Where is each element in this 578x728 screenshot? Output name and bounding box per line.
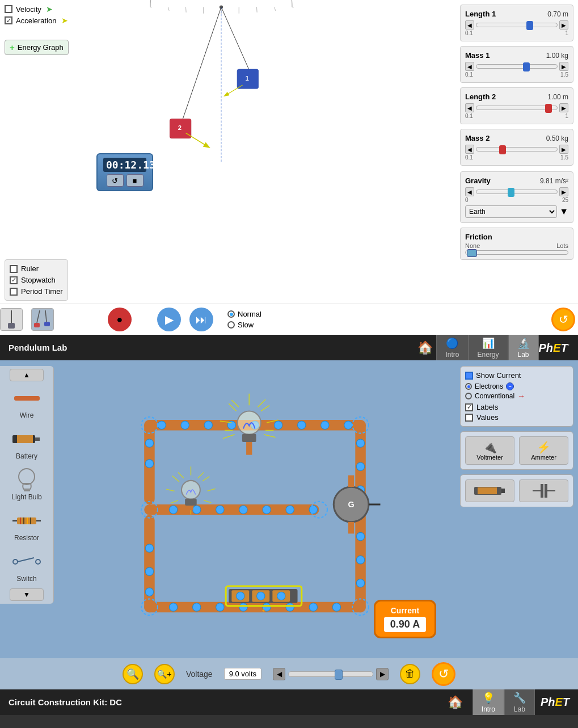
ruler-checkbox-row[interactable]: Ruler	[10, 264, 63, 273]
gravity-track[interactable]	[476, 190, 558, 194]
mass2-thumb[interactable]	[499, 145, 506, 154]
voltmeter-button[interactable]: 🔌 Voltmeter	[465, 436, 514, 465]
gravity-decrease[interactable]: ◀	[465, 187, 474, 196]
normal-speed-row[interactable]: Normal	[227, 310, 261, 318]
slow-speed-radio[interactable]	[227, 321, 235, 329]
record-button[interactable]: ●	[108, 308, 132, 331]
friction-track[interactable]	[465, 250, 568, 255]
single-pendulum-button[interactable]	[0, 308, 23, 331]
capacitor-component-button[interactable]	[519, 479, 568, 502]
voltage-track[interactable]	[288, 671, 373, 677]
pendulum-home-button[interactable]: 🏠	[414, 336, 436, 359]
lab-tab-icon: 🔬	[517, 337, 530, 350]
step-button[interactable]: ⏭	[189, 308, 213, 331]
length2-decrease[interactable]: ◀	[465, 103, 474, 112]
mass2-track[interactable]	[476, 147, 558, 152]
trash-icon: 🗑	[405, 668, 415, 680]
normal-speed-radio[interactable]	[227, 310, 235, 318]
velocity-checkbox-row[interactable]: Velocity ➤	[5, 5, 68, 14]
zoom-in-button[interactable]: 🔍+	[154, 664, 175, 684]
double-pendulum-button[interactable]	[31, 308, 54, 331]
length1-decrease[interactable]: ◀	[465, 20, 474, 30]
mass1-increase[interactable]: ▶	[559, 62, 568, 71]
electrons-row[interactable]: Electrons −	[465, 382, 568, 390]
conventional-radio[interactable]	[465, 393, 472, 399]
gravity-thumb[interactable]	[508, 188, 514, 197]
period-timer-checkbox[interactable]	[10, 288, 18, 296]
svg-point-77	[169, 506, 177, 514]
length2-track[interactable]	[476, 106, 558, 110]
labels-checkbox[interactable]	[465, 403, 473, 411]
voltage-thumb[interactable]	[335, 670, 343, 680]
length2-thumb[interactable]	[545, 104, 552, 113]
length1-increase[interactable]: ▶	[559, 20, 568, 30]
tab-intro[interactable]: 🔵 Intro	[436, 334, 468, 362]
gravity-preset-select[interactable]: Earth	[465, 205, 557, 218]
mass2-value: 0.50 kg	[546, 134, 568, 142]
pendulum-refresh-button[interactable]: ↺	[551, 308, 575, 331]
sidebar-item-wire[interactable]: Wire	[3, 384, 51, 422]
svg-point-115	[182, 481, 200, 499]
svg-rect-26	[17, 435, 33, 443]
length2-slider-row: ◀ ▶	[465, 103, 568, 112]
labels-label: Labels	[476, 403, 498, 411]
length1-slider-row: ◀ ▶	[465, 20, 568, 30]
zoom-out-icon: 🔍	[126, 668, 139, 680]
tab-energy[interactable]: 📊 Energy	[469, 334, 508, 362]
circuit-tab-intro[interactable]: 💡 Intro	[472, 688, 504, 716]
stopwatch-stop-button[interactable]: ■	[126, 174, 144, 187]
voltage-decrease[interactable]: ◀	[273, 668, 285, 680]
ruler-checkbox[interactable]	[10, 265, 18, 273]
circuit-tab-lab[interactable]: 🔧 Lab	[504, 688, 535, 716]
battery-component-button[interactable]	[465, 479, 514, 502]
pendulum-lab-panel: Velocity ➤ Acceleration ➤ + Energy Graph	[0, 0, 578, 335]
sidebar-scroll-down[interactable]: ▼	[10, 588, 44, 601]
voltage-increase[interactable]: ▶	[376, 668, 389, 680]
mass1-track[interactable]	[476, 64, 558, 69]
sidebar-item-switch[interactable]: Switch	[3, 548, 51, 586]
tab-lab[interactable]: 🔬 Lab	[508, 334, 539, 362]
zoom-out-button[interactable]: 🔍	[123, 664, 143, 684]
switch-icon	[11, 550, 43, 573]
stopwatch-reset-button[interactable]: ↺	[107, 174, 124, 187]
energy-tab-label: Energy	[478, 351, 499, 359]
electrons-radio[interactable]	[465, 383, 472, 390]
mass1-thumb[interactable]	[523, 62, 530, 71]
circuit-refresh-button[interactable]: ↺	[432, 662, 455, 686]
period-timer-checkbox-row[interactable]: Period Timer	[10, 287, 63, 296]
mass2-decrease[interactable]: ◀	[465, 145, 474, 154]
stopwatch-checkbox[interactable]	[10, 276, 18, 284]
length2-increase[interactable]: ▶	[559, 103, 568, 112]
stopwatch-checkbox-row[interactable]: Stopwatch	[10, 276, 63, 284]
intro-tab-icon: 🔵	[446, 337, 458, 350]
show-current-checkbox[interactable]	[465, 372, 473, 380]
gravity-increase[interactable]: ▶	[559, 187, 568, 196]
length1-track[interactable]	[476, 23, 558, 27]
energy-graph-button[interactable]: + Energy Graph	[5, 40, 69, 55]
acceleration-checkbox[interactable]	[5, 16, 12, 24]
ammeter-button[interactable]: ⚡ Ammeter	[519, 436, 568, 465]
slow-speed-row[interactable]: Slow	[227, 321, 261, 329]
labels-checkbox-row[interactable]: Labels	[465, 403, 568, 411]
sidebar-item-resistor[interactable]: Resistor	[3, 507, 51, 545]
svg-text:+: +	[262, 607, 266, 613]
conventional-row[interactable]: Conventional →	[465, 392, 568, 401]
velocity-checkbox[interactable]	[5, 5, 12, 13]
sidebar-item-battery[interactable]: Battery	[3, 425, 51, 463]
friction-thumb[interactable]	[467, 249, 477, 257]
circuit-home-button[interactable]: 🏠	[444, 691, 467, 714]
values-checkbox[interactable]	[465, 414, 473, 422]
mass2-increase[interactable]: ▶	[559, 145, 568, 154]
mass1-decrease[interactable]: ◀	[465, 62, 474, 71]
svg-point-69	[216, 603, 224, 611]
acceleration-checkbox-row[interactable]: Acceleration ➤	[5, 16, 68, 25]
play-button[interactable]: ▶	[157, 308, 181, 331]
sidebar-item-lightbulb[interactable]: Light Bulb	[3, 466, 51, 504]
trash-button[interactable]: 🗑	[400, 664, 420, 684]
friction-control: Friction None Lots	[460, 228, 573, 260]
values-checkbox-row[interactable]: Values	[465, 413, 568, 422]
sidebar-scroll-up[interactable]: ▲	[10, 369, 44, 381]
length1-thumb[interactable]	[526, 21, 533, 30]
electron-dot-icon: −	[506, 382, 514, 390]
mass2-control: Mass 2 0.50 kg ◀ ▶ 0.11.5	[460, 129, 573, 166]
